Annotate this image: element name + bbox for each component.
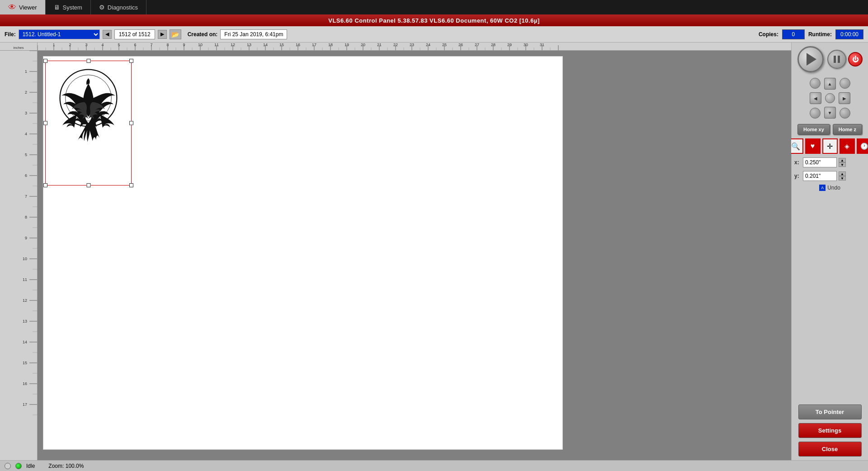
dpad-downleft-button[interactable] (810, 108, 821, 119)
x-input[interactable] (803, 157, 837, 167)
svg-text:8: 8 (25, 215, 27, 219)
handle-bottom-left[interactable] (43, 183, 47, 187)
home-xy-button[interactable]: Home xy (797, 124, 830, 135)
design-inner (46, 61, 131, 185)
to-pointer-button[interactable]: To Pointer (798, 404, 862, 419)
svg-text:16: 16 (296, 43, 300, 47)
y-spin-up[interactable]: ▲ (839, 171, 846, 176)
file-label: File: (5, 31, 16, 38)
open-folder-button[interactable]: 📂 (170, 29, 181, 39)
x-spin-down[interactable]: ▼ (839, 162, 846, 167)
eye-icon: 👁 (8, 3, 16, 12)
handle-top-left[interactable] (43, 59, 47, 63)
svg-text:17: 17 (312, 43, 316, 47)
svg-text:9: 9 (25, 236, 27, 240)
y-spin-down[interactable]: ▼ (839, 176, 846, 181)
x-label: x: (794, 159, 801, 166)
svg-text:18: 18 (328, 43, 333, 47)
design-container[interactable] (45, 61, 132, 186)
dpad-up-button[interactable]: ▲ (824, 78, 836, 90)
runtime-value: 0:00:00 (835, 29, 863, 39)
dpad-upright-button[interactable] (840, 78, 850, 89)
svg-text:7: 7 (25, 194, 27, 199)
dpad-downright-button[interactable] (840, 108, 850, 119)
dpad-center-button[interactable] (825, 93, 835, 103)
system-icon: 🖥 (54, 4, 60, 11)
handle-top-center[interactable] (86, 59, 90, 63)
pause-icon (834, 56, 840, 63)
zoom-icon: 🔍 (791, 142, 800, 151)
y-coord-row: y: ▲ ▼ (794, 171, 865, 181)
svg-text:2: 2 (69, 43, 71, 47)
svg-text:12: 12 (231, 43, 235, 47)
svg-text:5: 5 (25, 152, 27, 157)
idle-label: Idle (26, 463, 35, 469)
file-select[interactable]: 1512. Untitled-1 (19, 29, 100, 39)
tab-viewer-label: Viewer (19, 4, 37, 11)
main-layout: inches 123456789101112131415161718192021… (0, 43, 868, 460)
pause-button[interactable] (827, 50, 846, 69)
tab-system-label: System (63, 4, 82, 11)
home-z-button[interactable]: Home z (833, 124, 862, 135)
dpad-left-button[interactable]: ◀ (810, 92, 821, 104)
handle-bottom-center[interactable] (86, 183, 90, 187)
svg-text:21: 21 (377, 43, 382, 47)
close-button[interactable]: Close (798, 442, 862, 457)
svg-text:13: 13 (247, 43, 251, 47)
undo-button[interactable]: Undo (827, 185, 840, 191)
canvas-background (38, 51, 791, 460)
svg-text:19: 19 (344, 43, 349, 47)
focus-tool-button[interactable]: ♥ (805, 138, 821, 154)
svg-text:16: 16 (23, 381, 27, 386)
svg-text:17: 17 (23, 402, 27, 407)
timer-tool-button[interactable]: 🕐 (857, 138, 868, 154)
svg-rect-0 (38, 43, 566, 51)
file-next-button[interactable]: ▶ (158, 30, 167, 39)
play-button[interactable] (797, 46, 824, 72)
power-icon: ⏻ (852, 56, 859, 63)
tab-viewer[interactable]: 👁 Viewer (0, 0, 46, 14)
created-date: Fri 25 Jan 2019, 6:41pm (220, 29, 287, 39)
work-canvas (43, 56, 563, 450)
svg-text:10: 10 (198, 43, 203, 47)
svg-text:1: 1 (52, 43, 55, 47)
power-button[interactable]: ⏻ (848, 52, 863, 67)
dpad-right-button[interactable]: ▶ (839, 92, 850, 104)
focus-icon: ♥ (811, 142, 815, 150)
handle-top-right[interactable] (129, 59, 133, 63)
svg-text:8: 8 (166, 43, 169, 47)
tab-diagnostics[interactable]: ⚙ Diagnostics (91, 0, 146, 14)
handle-bottom-right[interactable] (129, 183, 133, 187)
svg-text:28: 28 (491, 43, 495, 47)
svg-text:4: 4 (101, 43, 104, 47)
folder-icon: 📂 (171, 31, 179, 38)
file-bar: File: 1512. Untitled-1 ◀ 1512 of 1512 ▶ … (0, 26, 868, 43)
x-spin-up[interactable]: ▲ (839, 158, 846, 162)
tab-system[interactable]: 🖥 System (46, 0, 91, 14)
dpad-upleft-button[interactable] (810, 78, 821, 89)
stamp-tool-button[interactable]: ◈ (840, 138, 855, 154)
handle-middle-right[interactable] (129, 121, 133, 125)
file-counter: 1512 of 1512 (114, 29, 155, 39)
svg-text:12: 12 (23, 298, 27, 303)
svg-text:4: 4 (25, 132, 27, 136)
file-prev-button[interactable]: ◀ (103, 30, 112, 39)
zoom-label: Zoom: 100.0% (48, 463, 84, 469)
svg-text:2: 2 (25, 90, 27, 95)
x-spinner: ▲ ▼ (839, 158, 846, 167)
svg-text:22: 22 (393, 43, 398, 47)
dpad-down-button[interactable]: ▼ (824, 107, 836, 119)
svg-text:5: 5 (118, 43, 120, 47)
handle-middle-left[interactable] (43, 121, 47, 125)
svg-rect-97 (0, 51, 38, 417)
svg-text:6: 6 (134, 43, 136, 47)
y-input[interactable] (803, 171, 837, 181)
status-circle-1 (5, 463, 11, 469)
svg-text:15: 15 (23, 361, 27, 365)
horizontal-ruler: 1234567891011121314151617181920212223242… (38, 43, 791, 51)
copies-value: 0 (782, 29, 805, 39)
settings-button[interactable]: Settings (798, 423, 862, 438)
stamp-icon: ◈ (844, 143, 849, 150)
move-tool-button[interactable]: ✛ (822, 138, 838, 154)
x-coord-row: x: ▲ ▼ (794, 157, 865, 167)
